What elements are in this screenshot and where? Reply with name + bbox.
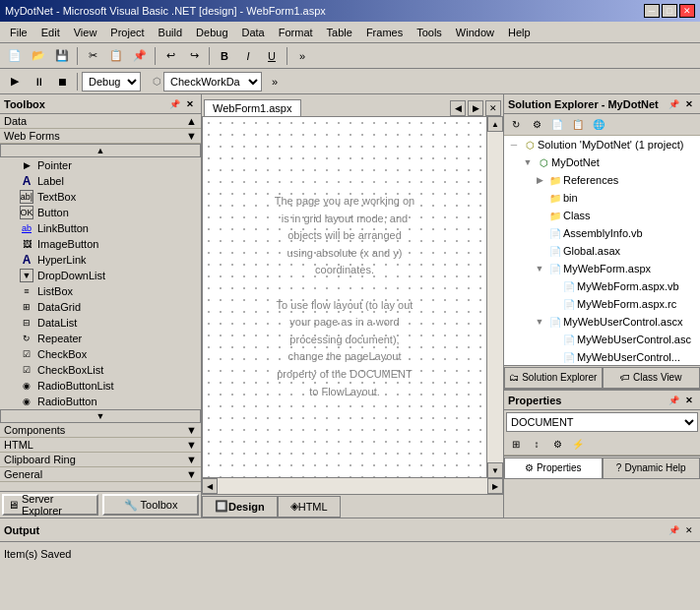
tb-paste[interactable]: 📌 [129,46,151,66]
tb-pause[interactable]: ⏸ [28,72,49,92]
menu-table[interactable]: Table [321,25,358,40]
toolbox-item-datalist[interactable]: ⊟ DataList [0,315,201,331]
prop-close-button[interactable]: ✕ [682,394,696,407]
tb-new[interactable]: 📄 [4,46,26,66]
menu-file[interactable]: File [4,25,33,40]
toolbox-item-imagebutton[interactable]: 🖼 ImageButton [0,236,201,252]
doc-nav-left[interactable]: ◀ [450,100,466,116]
tb-copy[interactable]: 📋 [105,46,127,66]
toolbox-item-repeater[interactable]: ↻ Repeater [0,331,201,346]
sol-pin-button[interactable]: 📌 [667,97,680,111]
minimize-button[interactable]: ─ [644,4,660,18]
output-pin[interactable]: 📌 [667,523,680,537]
document-content[interactable]: The page you are working on is in grid l… [203,117,486,477]
tb-redo[interactable]: ↪ [183,46,205,66]
tree-mywebusercontrol-dot[interactable]: 📄 MyWebUserControl... [504,348,700,365]
menu-tools[interactable]: Tools [411,25,448,40]
toolbox-item-linkbutton[interactable]: ab LinkButton [0,220,201,236]
menu-view[interactable]: View [68,25,103,40]
sol-show-files[interactable]: 📄 [547,116,567,134]
toolbox-section-data[interactable]: Data ▲ [0,114,201,129]
tree-assemblyinfo[interactable]: 📄 AssemblyInfo.vb [504,224,700,242]
tb-open[interactable]: 📂 [28,46,49,66]
tb-save[interactable]: 💾 [51,46,73,66]
maximize-button[interactable]: □ [662,4,677,18]
tb-more[interactable]: » [291,46,313,66]
document-tab-webform1[interactable]: WebForm1.aspx [204,99,301,116]
server-explorer-button[interactable]: 🖥 Server Explorer [2,494,98,516]
toolbox-pin-button[interactable]: 📌 [167,97,181,111]
scroll-up-button[interactable]: ▲ [487,116,503,132]
scroll-track-horizontal[interactable] [218,478,487,494]
tree-references[interactable]: ▶ 📁 References [504,171,700,189]
toolbox-item-pointer[interactable]: ▶ Pointer [0,157,201,173]
prop-alphabetical[interactable]: ↕ [527,436,546,454]
sol-copy-project[interactable]: 📋 [568,116,588,134]
tree-mywebform-rc[interactable]: 📄 MyWebForm.aspx.rc [504,295,700,313]
tab-properties[interactable]: ⚙ Properties [504,458,603,479]
sol-refresh[interactable]: ↻ [506,116,526,134]
menu-format[interactable]: Format [273,25,319,40]
toolbox-close-button[interactable]: ✕ [183,97,197,111]
menu-edit[interactable]: Edit [35,25,66,40]
tab-class-view[interactable]: 🏷 Class View [603,367,701,389]
view-tab-html[interactable]: ◈ HTML [278,496,341,518]
toolbox-item-radiobuttonlist[interactable]: ◉ RadioButtonList [0,378,201,394]
toolbox-item-checkbox[interactable]: ☑ CheckBox [0,346,201,362]
tb-bold[interactable]: B [214,46,235,66]
tb-start[interactable]: ▶ [4,72,26,92]
sol-close-button[interactable]: ✕ [682,97,696,111]
doc-close[interactable]: ✕ [485,100,501,116]
menu-help[interactable]: Help [502,25,537,40]
toolbox-item-textbox[interactable]: ab| TextBox [0,189,201,205]
scroll-track-vertical[interactable] [487,132,503,462]
toolbox-section-general[interactable]: General ▼ [0,467,201,482]
project-dropdown[interactable]: CheckWorkDa [163,72,262,92]
menu-build[interactable]: Build [153,25,188,40]
menu-window[interactable]: Window [450,25,500,40]
scroll-right-button[interactable]: ▶ [487,478,503,494]
close-button[interactable]: ✕ [679,4,695,18]
toolbox-tab-button[interactable]: 🔧 Toolbox [102,494,199,516]
toolbox-item-hyperlink[interactable]: A HyperLink [0,252,201,268]
prop-pin-button[interactable]: 📌 [667,394,680,407]
tree-mywebform[interactable]: ▼ 📄 MyWebForm.aspx [504,260,700,277]
menu-project[interactable]: Project [104,25,150,40]
toolbox-section-clipboard[interactable]: Clipboard Ring ▼ [0,453,201,467]
scroll-left-button[interactable]: ◀ [202,478,218,494]
toolbox-item-label[interactable]: A Label [0,173,201,189]
prop-events[interactable]: ⚡ [568,436,588,454]
menu-debug[interactable]: Debug [190,25,233,40]
prop-categorized[interactable]: ⊞ [506,436,526,454]
sol-properties[interactable]: ⚙ [527,116,546,134]
sol-asp-net[interactable]: 🌐 [589,116,608,134]
toolbox-scroll-down[interactable]: ▼ [0,409,201,423]
output-close[interactable]: ✕ [682,523,696,537]
toolbox-content[interactable]: Data ▲ Web Forms ▼ ▲ ▶ Pointer A Label a… [0,114,201,491]
prop-properties[interactable]: ⚙ [547,436,567,454]
properties-object-dropdown[interactable]: DOCUMENT [506,412,698,432]
tree-class[interactable]: 📁 Class [504,207,700,224]
tree-project[interactable]: ▼ ⬡ MyDotNet [504,153,700,171]
toolbox-section-components[interactable]: Components ▼ [0,423,201,438]
tree-solution[interactable]: ─ ⬡ Solution 'MyDotNet' (1 project) [504,136,700,153]
tb-italic[interactable]: I [237,46,259,66]
tb-stop[interactable]: ⏹ [51,72,73,92]
tree-bin[interactable]: 📁 bin [504,189,700,207]
tb-undo[interactable]: ↩ [159,46,181,66]
toolbox-item-dropdownlist[interactable]: ▼ DropDownList [0,268,201,283]
config-dropdown[interactable]: Debug [82,72,141,92]
menu-frames[interactable]: Frames [360,25,409,40]
tree-mywebusercontrol-asc[interactable]: 📄 MyWebUserControl.asc [504,331,700,348]
toolbox-item-listbox[interactable]: ≡ ListBox [0,283,201,299]
tb-more2[interactable]: » [264,72,286,92]
toolbox-item-button[interactable]: OK Button [0,205,201,220]
view-tab-design[interactable]: 🔲 Design [202,496,278,518]
toolbox-scroll-up[interactable]: ▲ [0,144,201,157]
toolbox-item-checkboxlist[interactable]: ☑ CheckBoxList [0,362,201,378]
tab-dynamic-help[interactable]: ? Dynamic Help [603,458,701,479]
toolbox-item-datagrid[interactable]: ⊞ DataGrid [0,299,201,315]
tb-cut[interactable]: ✂ [82,46,103,66]
toolbox-section-html[interactable]: HTML ▼ [0,438,201,453]
tb-underline[interactable]: U [261,46,283,66]
